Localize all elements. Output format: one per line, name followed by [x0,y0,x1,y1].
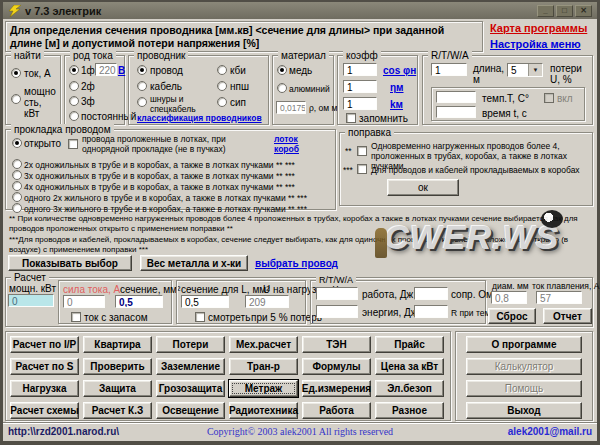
conductor-classification-link[interactable]: классификация проводников [137,113,262,123]
temperature-field[interactable] [436,91,476,103]
work-field[interactable] [316,287,358,300]
dc-radio[interactable] [69,111,79,121]
r-at-temp-field[interactable] [414,305,448,318]
temperature-label: темп.Т, С° [482,93,529,104]
voltage-link[interactable]: В [118,65,125,76]
menu-cena-kvt-button[interactable]: Цена за кВт [375,358,444,375]
cords-radio[interactable] [137,97,147,107]
menu-formuly-button[interactable]: Формулы [302,358,371,375]
menu-raschet-ip-button[interactable]: Расчет по I/P [10,336,79,353]
length-field[interactable]: 1 [431,63,467,76]
menu-proverit-button[interactable]: Проверить [83,358,152,375]
choose-wire-link[interactable]: выбрать провод [255,258,338,269]
tray-single-row-checkbox[interactable] [68,139,78,149]
reset-button[interactable]: Сброс [488,308,536,324]
section-field[interactable]: 0,5 [115,295,163,308]
loss-select[interactable]: 5 ▼ [507,63,543,77]
help-button[interactable]: Помощь [466,380,582,397]
correction-checkbox-2[interactable] [357,164,367,174]
eta-field[interactable]: 1 [343,80,377,93]
aluminum-radio[interactable] [277,83,287,93]
npsh-radio[interactable] [217,81,227,91]
u-load-field[interactable]: 209 [245,295,289,308]
menu-settings-link[interactable]: Настройка меню [490,39,581,50]
menu-rabota-button[interactable]: Работа [302,402,371,419]
power-field[interactable]: 0 [8,294,54,307]
chevron-down-icon[interactable]: ▼ [528,64,542,76]
k-link[interactable]: kм [390,99,403,110]
phase1-radio[interactable] [69,65,79,75]
current-value-label: сила тока, А [63,284,120,295]
menu-zashchita-button[interactable]: Защита [83,380,152,397]
laying-option-radio-4[interactable] [12,192,22,202]
loss-select-value: 5 [511,65,517,76]
laying-open-radio[interactable] [12,138,22,148]
menu-prais-button[interactable]: Прайс [375,336,444,353]
copper-radio[interactable] [277,65,287,75]
find-power-radio[interactable] [11,94,21,104]
menu-raschet-skhemy-button[interactable]: Расчет схемы [10,402,79,419]
menu-metrazh-button[interactable]: Метраж [229,380,298,397]
menu-poteri-button[interactable]: Потери [156,336,225,353]
menu-mekh-raschet-button[interactable]: Мех.расчет [229,336,298,353]
sip-radio[interactable] [217,97,227,107]
menu-osveshchenie-button[interactable]: Освещение [156,402,225,419]
correction-checkbox-1[interactable] [357,146,367,156]
energy-field[interactable] [316,305,358,318]
menu-grozozashchita-button[interactable]: Грозозащита [156,380,225,397]
resistance-field[interactable] [414,287,448,300]
eta-link[interactable]: ηм [390,82,404,93]
k-field[interactable]: 1 [343,97,377,110]
laying-option-radio-1[interactable] [12,159,22,169]
maximize-button[interactable]: □ [556,5,573,17]
phase1-label: 1ф [81,65,95,76]
menu-nagruzka-button[interactable]: Нагрузка [10,380,79,397]
exit-button[interactable]: Выход [466,402,582,419]
phase3-radio[interactable] [69,96,79,106]
laying-option-radio-5[interactable] [12,203,22,213]
menu-ed-izmereniya-button[interactable]: Ед.измерения [302,380,371,397]
laying-option-radio-2[interactable] [12,170,22,180]
watch-checkbox[interactable] [195,312,205,322]
minimize-button[interactable]: _ [537,5,554,17]
menu-ten-button[interactable]: ТЭН [302,336,371,353]
melting-current-field[interactable]: 57 [536,291,582,304]
menu-tran-r-button[interactable]: Тран-р [229,358,298,375]
current-value-field[interactable]: 0 [63,295,105,308]
menu-kvartira-button[interactable]: Квартира [83,336,152,353]
program-map-link[interactable]: Карта программы [490,23,587,34]
wire-radio[interactable] [137,65,147,75]
cable-radio[interactable] [137,81,147,91]
email-link[interactable]: alek2001@mail.ru [508,426,592,437]
diameter-field[interactable]: 0,8 [491,291,527,304]
report-button[interactable]: Отчет [543,308,592,324]
section-length-field[interactable]: 0,5 [181,295,229,308]
calculator-button[interactable]: Калькулятор [466,358,582,375]
cos-phi-link[interactable]: cos φн [383,65,416,76]
resistivity-field[interactable]: 0,0175 [276,101,306,114]
side-panel-box: О программе Калькулятор Помощь Выход [455,331,593,421]
about-button[interactable]: О программе [466,336,582,353]
voltage-field[interactable]: 220 [95,63,117,76]
close-button[interactable]: ✕ [575,5,592,17]
phase2-radio[interactable] [69,81,79,91]
show-selection-button[interactable]: Показывать выбор [8,255,132,271]
box-link[interactable]: короб [274,144,299,154]
menu-raschet-s-button[interactable]: Расчет по S [10,358,79,375]
current-reserve-checkbox[interactable] [71,312,81,322]
laying-option-radio-3[interactable] [12,181,22,191]
remember-checkbox[interactable] [346,113,356,123]
menu-raschet-kz-button[interactable]: Расчет К.З [83,402,152,419]
menu-radiotekhnika-button[interactable]: Радиотехника [229,402,298,419]
menu-raznoe-button[interactable]: Разное [375,402,444,419]
menu-zazemlenie-button[interactable]: Заземление [156,358,225,375]
time-field[interactable] [436,106,476,118]
cos-phi-field[interactable]: 1 [343,63,377,76]
menu-el-bezop-button[interactable]: Эл.безоп [375,380,444,397]
kbi-radio[interactable] [217,65,227,75]
tray-link[interactable]: лоток [274,134,298,144]
temp-on-checkbox[interactable] [544,93,554,103]
find-current-radio[interactable] [11,68,21,78]
correction-ok-button[interactable]: ок [387,179,459,196]
metal-weight-button[interactable]: Вес металла и х-ки [140,255,248,271]
